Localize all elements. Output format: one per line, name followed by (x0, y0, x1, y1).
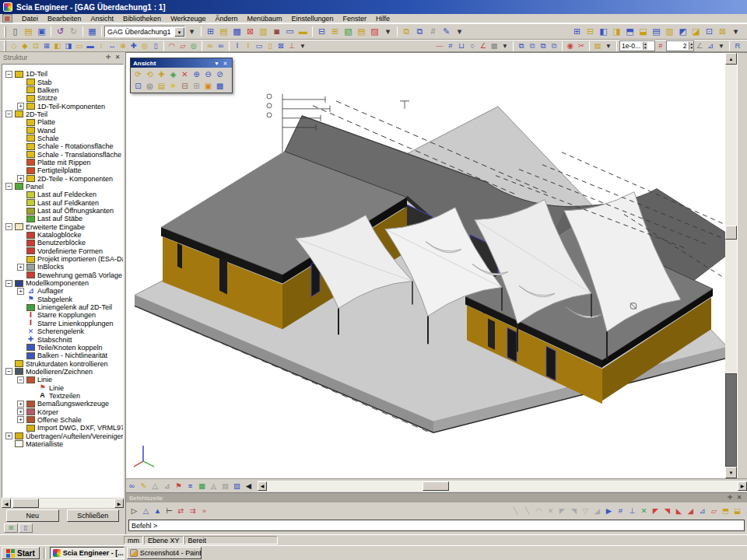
snap-intersect-icon[interactable]: ✕ (638, 506, 650, 517)
draw-line-icon[interactable]: — (434, 40, 445, 51)
perspective-icon[interactable]: ▩ (214, 80, 226, 92)
toolbar-grip[interactable] (4, 40, 6, 51)
insert-wall-icon[interactable]: ▯ (265, 40, 275, 51)
trim-icon[interactable]: ✂ (576, 40, 587, 51)
select-load-icon[interactable]: ◧ (52, 40, 63, 51)
properties-icon[interactable]: # (426, 25, 440, 38)
print-preview-icon[interactable]: ⊞ (328, 25, 342, 38)
select-updown-icon[interactable]: ↕ (96, 40, 107, 51)
precision-spinner[interactable]: 1e-0... ▴▾ (619, 40, 655, 51)
picture-icon[interactable]: ▨ (368, 25, 381, 38)
select-beam-icon[interactable]: ◆ (19, 40, 30, 51)
tree-item[interactable]: −2D-Teil (2, 110, 123, 118)
open-esa-icon[interactable]: ▤ (592, 40, 603, 51)
tree-item[interactable]: Materialliste (2, 440, 123, 448)
tree-item[interactable]: −Modellieren/Zeichnen (2, 368, 123, 376)
calculation-icon[interactable]: ▩ (230, 25, 244, 38)
tree-expander-icon[interactable]: + (17, 288, 24, 295)
menu-datei[interactable]: Datei (17, 15, 43, 23)
tree-item[interactable]: Benutzerblöcke (2, 239, 123, 247)
label-load-icon[interactable]: ⚑ (173, 480, 184, 492)
child-window-icon[interactable]: ▦ (2, 14, 12, 23)
tree-item[interactable]: Last auf Feldecken (2, 191, 123, 198)
absolute-coords-icon[interactable]: ⇄ (175, 506, 187, 517)
tree-expander-icon[interactable]: − (5, 223, 12, 230)
tree-expander-icon[interactable]: − (17, 376, 24, 383)
zoom-out-icon[interactable]: ⊖ (202, 68, 214, 80)
ansicht-toolbar-header[interactable]: Ansicht ▼✕ (131, 58, 232, 68)
draw-circle-icon[interactable]: ○ (467, 40, 478, 51)
snap-ortho-icon[interactable]: ⊥ (626, 506, 638, 517)
menu-einstellungen[interactable]: Einstellungen (287, 15, 338, 23)
tree-item[interactable]: −Linie (2, 376, 123, 383)
window-cascade-icon[interactable]: ▤ (650, 25, 663, 38)
surfaces-icon[interactable]: ▦ (196, 480, 208, 492)
snap-corner-1-icon[interactable]: ◤ (556, 506, 568, 517)
report-icon[interactable]: ▤ (355, 25, 368, 38)
scroll-thumb[interactable] (725, 226, 737, 240)
scale-mode-icon[interactable]: ⊿ (705, 40, 716, 51)
tree-item[interactable]: +Offene Schale (2, 416, 123, 424)
window-b-icon[interactable]: ◪ (689, 25, 703, 38)
menu-ansicht[interactable]: Ansicht (86, 15, 119, 23)
toolbar-menu-icon[interactable]: ▼ (212, 59, 221, 67)
libraries-icon[interactable]: ▤ (217, 25, 230, 38)
output-more-icon[interactable]: ▾ (381, 25, 395, 38)
tree-item[interactable]: +InBlocks (2, 263, 123, 271)
tree-item[interactable]: ✕Scherengelenk (2, 327, 123, 335)
command-line-header[interactable]: Befehlszeile ✛✕ (126, 493, 747, 502)
snap-corner-2-icon[interactable]: ◥ (568, 506, 580, 517)
tree-expander-icon[interactable]: + (5, 432, 12, 439)
snap-point-icon[interactable]: ◣ (673, 506, 685, 517)
insert-load-icon[interactable]: ⊥ (286, 40, 297, 51)
scroll-track[interactable] (11, 499, 114, 508)
tree-expander-icon[interactable]: + (17, 103, 24, 110)
window-split-v-icon[interactable]: ◨ (610, 25, 623, 38)
struktur-panel-header[interactable]: Struktur ✛✕ (0, 52, 125, 63)
viewport-v-scrollbar[interactable]: ▲ ▼ (725, 53, 737, 478)
copy-icon[interactable]: ⧉ (400, 25, 413, 38)
tree-expander-icon[interactable]: + (17, 175, 24, 182)
tree-item[interactable]: Platte (2, 118, 123, 126)
menu-menbaum[interactable]: Menübaum (243, 15, 287, 23)
menu-ndern[interactable]: Ändern (210, 15, 242, 23)
tree-item[interactable]: −Erweiterte Eingabe (2, 223, 123, 231)
select-plus-icon[interactable]: ⊕ (117, 40, 128, 51)
tree-expander-icon[interactable]: − (5, 110, 12, 117)
clip-box-icon[interactable]: ▤ (156, 80, 167, 92)
window-new-icon[interactable]: ⊞ (570, 25, 584, 38)
zoom-previous-icon[interactable]: ⊘ (214, 68, 226, 80)
window-split-h-icon[interactable]: ◧ (597, 25, 610, 38)
relative-coords-icon[interactable]: ⇉ (187, 506, 198, 517)
close-icon[interactable]: ✕ (221, 59, 230, 67)
format-brush-icon[interactable]: ✎ (440, 25, 453, 38)
tree-item[interactable]: +⊿Auflager (2, 287, 123, 295)
tree-expander-icon[interactable]: + (17, 416, 24, 423)
rotate-view-icon[interactable]: ⟳ (132, 68, 144, 80)
select-cross-icon[interactable]: ✚ (128, 40, 139, 51)
tree-expander-icon[interactable]: − (5, 183, 12, 190)
snap-end-icon[interactable]: ◤ (650, 506, 661, 517)
taskbar-task[interactable]: Scia Engineer - [... (50, 547, 124, 559)
move-icon[interactable]: ⧉ (527, 40, 538, 51)
view-settings-icon[interactable]: ▣ (202, 80, 214, 92)
scroll-down-icon[interactable]: ▼ (725, 467, 737, 478)
scroll-right-icon[interactable]: ▶ (738, 481, 747, 491)
undo-icon[interactable]: ↺ (54, 25, 67, 38)
collapse-icon[interactable]: ◀ (243, 480, 254, 492)
select-circle-icon[interactable]: ◎ (139, 40, 150, 51)
print-view-2-icon[interactable]: ⊞ (191, 80, 202, 92)
command-input[interactable]: Befehl > (128, 520, 745, 531)
tree-item[interactable]: Bewehrung gemäß Vorlage (2, 271, 123, 279)
print-view-icon[interactable]: ⊟ (179, 80, 191, 92)
tree-item[interactable]: Projekt importieren (ESA-Datei) (2, 255, 123, 263)
copy-multi-icon[interactable]: ⧉ (516, 40, 527, 51)
folder-more-icon[interactable]: ▾ (603, 40, 614, 51)
draw-more-icon[interactable]: ▾ (500, 40, 510, 51)
tree-item[interactable]: Liniengelenk auf 2D-Teil (2, 303, 123, 311)
scroll-left-icon[interactable]: ◀ (2, 499, 11, 508)
rotate-icon[interactable]: ⧉ (538, 40, 549, 51)
close-icon[interactable]: ✕ (735, 494, 744, 502)
tree-item[interactable]: Fertigteilplatte (2, 166, 123, 174)
tree-item[interactable]: Platte mit Rippen (2, 159, 123, 166)
